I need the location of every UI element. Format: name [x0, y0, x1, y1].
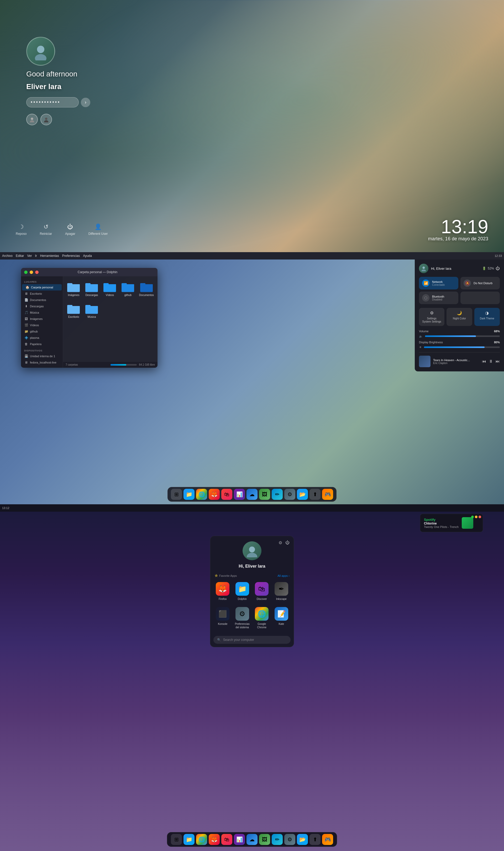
launcher-dock-games[interactable]: 🎮: [322, 834, 333, 845]
spotify-logo: Spotify: [424, 518, 458, 521]
dock-office[interactable]: 📊: [234, 489, 245, 500]
qs-night-color-tile[interactable]: 🌙 Night Color: [447, 308, 472, 326]
lock-password-input[interactable]: [26, 97, 79, 107]
dock-draw[interactable]: ✏: [272, 489, 283, 500]
svg-rect-42: [85, 306, 98, 307]
launcher-search-bar[interactable]: 🔍 Search your computer: [213, 636, 291, 644]
menu-ayuda[interactable]: Ayuda: [83, 254, 92, 258]
menu-ver[interactable]: Ver: [27, 254, 32, 258]
dock-upload[interactable]: ⬆: [309, 489, 321, 500]
brightness-value: 80%: [494, 341, 500, 344]
qs-power-button[interactable]: ⏻: [496, 266, 500, 271]
dock-apps-icon[interactable]: ⊞: [171, 489, 182, 500]
music-next-icon[interactable]: ⏭: [496, 359, 500, 364]
launcher-dock-upload[interactable]: ⬆: [309, 834, 321, 845]
volume-slider[interactable]: [425, 335, 500, 337]
sidebar-item-escritorio[interactable]: 🖥 Escritorio: [21, 290, 63, 297]
sidebar-item-imagenes[interactable]: 🖼 Imágenes: [21, 316, 63, 322]
file-item-imágenes[interactable]: Imágenes: [66, 279, 82, 299]
dnd-icon: 🔕: [464, 280, 471, 287]
launcher-app-dolphin[interactable]: 📁 Dolphin: [233, 580, 252, 603]
file-item-música[interactable]: Música: [84, 301, 100, 320]
qs-system-settings-tile[interactable]: ⚙ SettingsSystem Settings: [419, 308, 445, 326]
sidebar-item-musica[interactable]: 🎵 Música: [21, 309, 63, 316]
launcher-dock-firefox[interactable]: 🦊: [209, 834, 220, 845]
action-reiniciar[interactable]: ↺ Reiniciar: [40, 224, 52, 236]
spotify-max-btn[interactable]: [475, 516, 478, 518]
menu-archivo[interactable]: Archivo: [2, 254, 13, 258]
music-pause-icon[interactable]: ⏸: [489, 359, 493, 364]
app-icon-0: 🦊: [216, 582, 230, 596]
action-switch-user[interactable]: 👤 Different User: [88, 224, 108, 236]
sidebar-item-descargas[interactable]: ⬇ Descargas: [21, 303, 63, 309]
launcher-dock-apps[interactable]: ⊞: [171, 834, 182, 845]
window-maximize-button[interactable]: [30, 270, 33, 274]
lock-submit-button[interactable]: ›: [81, 98, 90, 107]
dock-chrome[interactable]: 🌐: [196, 489, 207, 500]
launcher-dock-mega[interactable]: ☁: [247, 834, 257, 845]
launcher-settings-icon[interactable]: ⚙: [278, 540, 282, 545]
qs-network-tile[interactable]: 📶 Network Conectado: [419, 277, 458, 289]
menu-ir[interactable]: Ir: [35, 254, 37, 258]
launcher-app-google-chrome[interactable]: 🌐 Google Chrome: [253, 604, 271, 632]
launcher-all-apps-link[interactable]: All apps ›: [277, 574, 290, 577]
launcher-dock-chrome[interactable]: 🌐: [196, 834, 207, 845]
launcher-dock-photos[interactable]: 🖼: [259, 834, 270, 845]
launcher-app-preferencias-del-sistema[interactable]: ⚙ Preferencias del sistema: [233, 604, 252, 632]
sidebar-item-internal[interactable]: 💾 Unidad interna de 1: [21, 353, 63, 359]
dock-settings[interactable]: ⚙: [284, 489, 295, 500]
reposo-icon: ☽: [19, 224, 24, 230]
launcher-dock-discover[interactable]: 🛍: [221, 834, 232, 845]
other-user-1[interactable]: [26, 114, 38, 125]
spotify-min-btn[interactable]: [471, 516, 474, 518]
dock-games[interactable]: 🎮: [322, 489, 333, 500]
launcher-app-kate[interactable]: 📝 Kate: [272, 604, 291, 632]
sidebar-item-github[interactable]: 📁 github: [21, 328, 63, 335]
brightness-slider[interactable]: [424, 347, 500, 348]
dock-folder[interactable]: 📂: [297, 489, 308, 500]
dock-firefox[interactable]: 🦊: [209, 489, 220, 500]
launcher-app-konsole[interactable]: ⬛ Konsole: [213, 604, 232, 632]
qs-bluetooth-tile[interactable]: ⬡ Bluetooth Disabled: [419, 291, 458, 304]
dock-discover[interactable]: 🛍: [221, 489, 232, 500]
qs-dark-theme-tile[interactable]: ◑ Dark Theme: [474, 308, 500, 326]
window-minimize-button[interactable]: [24, 270, 28, 274]
search-icon: 🔍: [217, 638, 221, 642]
volume-low-icon: 🔈: [419, 334, 423, 338]
menu-preferencias[interactable]: Preferencias: [62, 254, 80, 258]
launcher-app-inkscape[interactable]: ✒ Inkscape: [272, 580, 291, 603]
sidebar-item-videos[interactable]: 🎬 Vídeos: [21, 322, 63, 328]
launcher-dock-office[interactable]: 📊: [234, 834, 245, 845]
file-item-github[interactable]: github: [120, 279, 136, 299]
launcher-dock-dolphin[interactable]: 📁: [183, 834, 195, 845]
sidebar-item-localhost[interactable]: 🖥 fedora_localhost-live: [21, 359, 63, 366]
window-close-button[interactable]: [35, 270, 39, 274]
action-reposo[interactable]: ☽ Reposo: [16, 224, 26, 236]
other-user-2[interactable]: [40, 114, 52, 125]
dock-mega[interactable]: ☁: [247, 489, 257, 500]
launcher-dock-draw[interactable]: ✏: [272, 834, 283, 845]
qs-dnd-tile[interactable]: 🔕 Do Not Disturb: [461, 277, 500, 289]
spotify-close-btn[interactable]: [479, 516, 481, 518]
file-item-documentos[interactable]: Documentos: [138, 279, 155, 299]
menu-herramientas[interactable]: Herramientas: [40, 254, 59, 258]
sidebar-item-home[interactable]: 🏠 Carpeta personal: [22, 284, 62, 290]
launcher-dock-settings[interactable]: ⚙: [284, 834, 295, 845]
dock-dolphin[interactable]: 📁: [183, 489, 195, 500]
music-prev-icon[interactable]: ⏮: [482, 359, 486, 364]
launcher-app-firefox[interactable]: 🦊 Firefox: [213, 580, 232, 603]
launcher-power-icon[interactable]: ⏻: [285, 540, 290, 545]
action-apagar[interactable]: ⏻ Apagar: [65, 224, 75, 236]
spotify-mini-player[interactable]: Spotify Chlorine Twenty One Pilots - Tre…: [420, 514, 483, 532]
dolphin-statusbar: 7 carpetas 64.1 GiB libre: [63, 361, 158, 368]
dock-photos[interactable]: 🖼: [259, 489, 270, 500]
launcher-app-discover[interactable]: 🛍 Discover: [253, 580, 271, 603]
launcher-dock-folder[interactable]: 📂: [297, 834, 308, 845]
menu-editar[interactable]: Editar: [16, 254, 24, 258]
file-item-descargas[interactable]: Descargas: [84, 279, 100, 299]
file-item-vídeos[interactable]: Vídeos: [102, 279, 118, 299]
sidebar-item-documentos[interactable]: 📄 Documentos: [21, 297, 63, 303]
sidebar-item-plasma[interactable]: 💠 plasma: [21, 335, 63, 341]
file-item-escritorio[interactable]: Escritorio: [66, 301, 82, 320]
sidebar-item-papelera[interactable]: 🗑 Papelera: [21, 341, 63, 347]
